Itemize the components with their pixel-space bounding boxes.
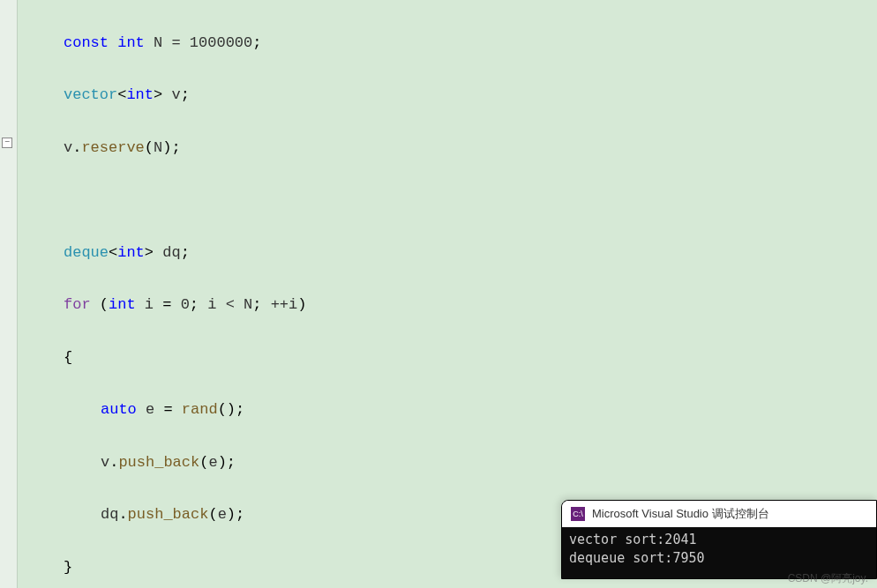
- console-titlebar[interactable]: C:\ Microsoft Visual Studio 调试控制台: [562, 501, 876, 527]
- code-line: {: [26, 345, 877, 371]
- code-line: const int N = 1000000;: [26, 30, 877, 56]
- console-icon: C:\: [571, 507, 585, 521]
- fold-toggle-icon[interactable]: −: [2, 138, 12, 148]
- code-line: vector<int> v;: [26, 82, 877, 108]
- code-line: auto e = rand();: [26, 397, 877, 423]
- code-line: [26, 187, 877, 213]
- console-line: dequeue sort:7950: [569, 549, 869, 568]
- code-line: deque<int> dq;: [26, 240, 877, 266]
- code-line: v.reserve(N);: [26, 135, 877, 161]
- gutter: −: [0, 0, 18, 588]
- console-line: vector sort:2041: [569, 531, 869, 549]
- watermark: CSDN @阿亮joy.: [788, 571, 868, 586]
- console-title: Microsoft Visual Studio 调试控制台: [592, 506, 769, 522]
- code-line: for (int i = 0; i < N; ++i): [26, 292, 877, 318]
- debug-console-window[interactable]: C:\ Microsoft Visual Studio 调试控制台 vector…: [561, 500, 877, 579]
- code-line: v.push_back(e);: [26, 450, 877, 476]
